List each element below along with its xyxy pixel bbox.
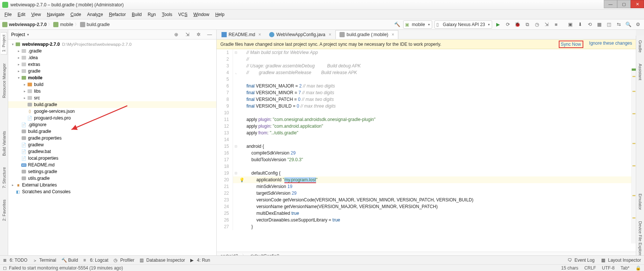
coverage-icon[interactable]: ⧉: [523, 21, 531, 28]
tree-scratches[interactable]: Scratches and Consoles: [22, 189, 70, 194]
resource-icon[interactable]: ◫: [605, 21, 613, 28]
tree-item[interactable]: .gradle: [28, 48, 42, 54]
tab-gradle[interactable]: Gradle: [637, 38, 643, 55]
tool-terminal[interactable]: ＞_Terminal: [33, 258, 56, 263]
tab-webviewappconfig[interactable]: WebViewAppConfig.java×: [265, 30, 335, 39]
menu-refactor[interactable]: Refactor: [106, 11, 129, 18]
status-encoding[interactable]: UTF-8: [602, 265, 615, 271]
tree-item[interactable]: README.md: [28, 162, 54, 168]
menu-file[interactable]: FFileile: [1, 11, 15, 18]
tree-item[interactable]: libs: [34, 89, 41, 94]
tab-emulator[interactable]: Emulator: [637, 191, 643, 212]
target-icon[interactable]: ⊕: [172, 31, 180, 38]
tab-resource-manager[interactable]: Resource Manager: [1, 61, 7, 101]
tree-item-mobile[interactable]: mobile: [28, 75, 42, 80]
minimize-button[interactable]: —: [604, 0, 617, 8]
chevron-down-icon[interactable]: ▾: [27, 33, 29, 36]
error-stripe[interactable]: [631, 68, 636, 243]
crumb-project[interactable]: webviewapp-2.7.0: [9, 22, 47, 27]
menu-vcs[interactable]: VCS: [175, 11, 191, 18]
application-id-value[interactable]: my.program.lost: [284, 177, 316, 183]
tab-buildgradle[interactable]: build.gradle (:mobile)×: [335, 30, 398, 39]
tool-todo[interactable]: ≣6: TODO: [3, 258, 28, 263]
hammer-icon[interactable]: 🔨: [393, 21, 401, 28]
tree-item[interactable]: settings.gradle: [28, 169, 57, 174]
maximize-button[interactable]: ▢: [617, 0, 631, 8]
intention-bulb-icon[interactable]: 💡: [239, 178, 245, 182]
tool-layout-inspector[interactable]: ▦Layout Inspector: [601, 258, 641, 263]
tree-root[interactable]: webviewapp-2.7.0: [22, 42, 60, 47]
tree-item[interactable]: build.gradle: [28, 129, 51, 134]
close-icon[interactable]: ×: [392, 32, 394, 37]
layout-bounds-icon[interactable]: ▦: [596, 21, 603, 28]
tool-event-log[interactable]: 🗨Event Log: [568, 258, 594, 263]
close-icon[interactable]: ×: [258, 32, 261, 37]
tab-build-variants[interactable]: Build Variants: [1, 129, 7, 158]
menu-window[interactable]: Window: [190, 11, 212, 18]
tab-assistant[interactable]: Assistant: [637, 61, 643, 83]
tree-item[interactable]: utils.gradle: [28, 176, 50, 181]
menu-navigate[interactable]: Navigate: [44, 11, 67, 18]
menu-code[interactable]: Code: [67, 11, 84, 18]
tree-item[interactable]: gradlew: [28, 142, 44, 147]
link-icon[interactable]: ⇆: [615, 21, 622, 28]
lock-icon[interactable]: 🔒: [635, 265, 641, 271]
tab-favorites[interactable]: 2: Favorites: [1, 197, 7, 223]
gear-icon[interactable]: ✲: [195, 31, 202, 38]
search-icon[interactable]: 🔍: [625, 21, 632, 28]
tree-item[interactable]: gradle: [28, 68, 40, 74]
crumb-file[interactable]: build.gradle: [87, 22, 110, 27]
profiler-icon[interactable]: ◷: [533, 21, 541, 28]
menu-tools[interactable]: Tools: [159, 11, 175, 18]
tree-item[interactable]: src: [34, 95, 40, 101]
tool-db-inspector[interactable]: ▥Database Inspector: [140, 258, 185, 263]
tree-item[interactable]: gradlew.bat: [28, 149, 51, 154]
menu-run[interactable]: Run: [145, 11, 159, 18]
run-button[interactable]: ▶: [494, 21, 502, 28]
sync-gradle-icon[interactable]: ⟲: [586, 21, 593, 28]
module-selector[interactable]: ▣ mobile: [403, 20, 432, 29]
tree-item[interactable]: extras: [28, 62, 40, 67]
tree-item[interactable]: gradle.properties: [28, 136, 61, 141]
close-button[interactable]: ✕: [631, 0, 644, 8]
tab-readme[interactable]: README.md×: [217, 30, 265, 39]
tree-item[interactable]: .gitignore: [28, 122, 46, 127]
menu-view[interactable]: View: [28, 11, 44, 18]
menu-help[interactable]: Help: [212, 11, 227, 18]
device-selector[interactable]: ▯ Galaxy Nexus API 23: [434, 20, 492, 29]
tab-structure[interactable]: 7: Structure: [1, 165, 7, 191]
avd-icon[interactable]: ▣: [567, 21, 574, 28]
tab-project[interactable]: 1: Project: [1, 32, 7, 54]
status-indent[interactable]: Tab*: [621, 265, 629, 271]
ignore-changes-link[interactable]: Ignore these changes: [589, 41, 632, 48]
status-line-sep[interactable]: CRLF: [584, 265, 596, 271]
tree-item[interactable]: local.properties: [28, 156, 58, 161]
tool-logcat[interactable]: ≡6: Logcat: [83, 258, 108, 263]
stop-icon[interactable]: ■: [552, 21, 560, 28]
tree-item[interactable]: build: [34, 82, 43, 87]
menu-build[interactable]: Build: [129, 11, 145, 18]
apply-changes-icon[interactable]: ⟳: [504, 21, 511, 28]
close-icon[interactable]: ×: [329, 32, 331, 37]
settings-icon[interactable]: ⚙: [634, 21, 642, 28]
tree-external-libraries[interactable]: External Libraries: [22, 182, 57, 188]
crumb-module[interactable]: mobile: [60, 22, 73, 27]
menu-edit[interactable]: Edit: [15, 11, 28, 18]
project-view-label[interactable]: Project: [11, 32, 25, 37]
tree-item[interactable]: .idea: [28, 55, 38, 60]
attach-icon[interactable]: ⇲: [543, 21, 550, 28]
sdk-icon[interactable]: ⬇: [576, 21, 584, 28]
code-editor[interactable]: 1⊟// Main build script for WebView App 2…: [217, 49, 636, 252]
tab-device-file-explorer[interactable]: Device File Explorer: [637, 219, 643, 260]
tool-run[interactable]: ▶4: Run: [190, 258, 210, 263]
tool-build[interactable]: 🔨Build: [61, 258, 78, 263]
status-icon[interactable]: ◻: [3, 265, 7, 271]
menu-analyze[interactable]: Analyze: [84, 11, 106, 18]
tool-profiler[interactable]: ◷Profiler: [114, 258, 134, 263]
sync-now-link[interactable]: Sync Now: [559, 41, 583, 48]
collapse-icon[interactable]: ⇲: [184, 31, 191, 38]
hide-icon[interactable]: —: [206, 31, 213, 38]
tree-item-buildgradle[interactable]: build.gradle: [34, 102, 57, 107]
debug-icon[interactable]: 🐞: [514, 21, 521, 28]
tree-item[interactable]: proguard-rules.pro: [34, 115, 71, 121]
